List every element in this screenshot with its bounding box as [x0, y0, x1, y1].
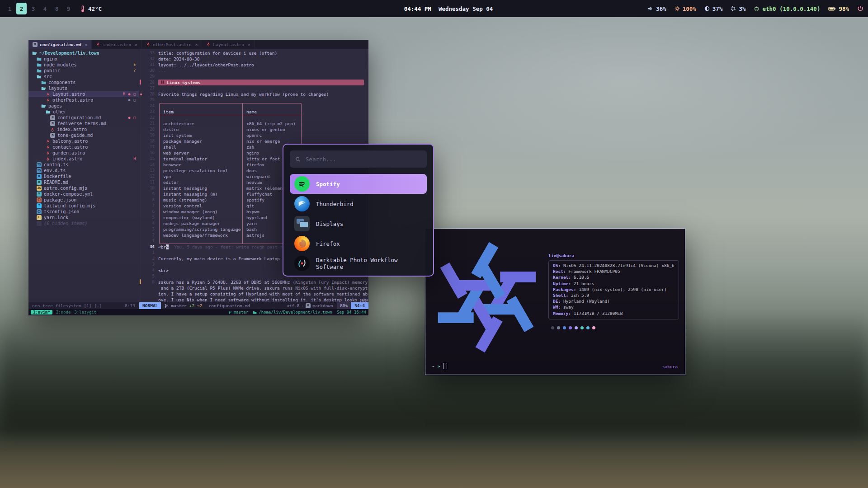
- line-number: 17: [143, 144, 158, 150]
- line-number: 15: [143, 156, 158, 162]
- tree-item-components[interactable]: components: [28, 80, 139, 85]
- workspace-4[interactable]: 4: [40, 3, 50, 14]
- thunderbird-icon: [294, 196, 310, 211]
- prompt-path: ~: [432, 364, 434, 369]
- tree-item-layouts[interactable]: layouts: [28, 85, 139, 91]
- line-number: 31: [143, 62, 158, 68]
- tree-item-dockerfile[interactable]: DDockerfile: [28, 174, 139, 179]
- tree-item-tailwind-config-mjs[interactable]: Ttailwind.config.mjs: [28, 203, 139, 209]
- tree-item-layout-astro[interactable]: Layout.astroH ● □: [28, 91, 139, 97]
- tree-item-6-hidden-items[interactable]: (6 hidden items): [28, 221, 139, 226]
- disk-module[interactable]: 37%: [704, 5, 723, 12]
- line-number: 16: [143, 150, 158, 156]
- tree-item-index-astro[interactable]: index.astro: [28, 127, 139, 132]
- folder-icon: [37, 56, 42, 61]
- table-cell-item: vpn: [160, 174, 243, 179]
- volume-module[interactable]: 36%: [647, 5, 666, 12]
- line-number: 34: [143, 244, 158, 250]
- line-number: 14: [143, 162, 158, 168]
- tree-item-config-ts[interactable]: TSconfig.ts: [28, 162, 139, 168]
- readme-icon: R: [37, 180, 42, 185]
- tree-item-package-json[interactable]: {}package.json: [28, 197, 139, 203]
- tree-root[interactable]: ~/Development/liv.town: [28, 50, 139, 56]
- fetch-user-host: liv@sakura: [548, 253, 679, 258]
- search-input[interactable]: [305, 155, 421, 163]
- tmux-window-2-node[interactable]: 2:node: [56, 310, 71, 314]
- power-module[interactable]: [857, 5, 863, 12]
- tree-item-nginx[interactable]: nginx: [28, 56, 139, 62]
- tree-item-contact-astro[interactable]: contact.astro: [28, 144, 139, 150]
- battery-icon: [828, 6, 836, 11]
- tmux-windows: 1:nvim*2:node3:lazygit: [31, 310, 96, 314]
- tmux-window-1-nvim[interactable]: 1:nvim*: [31, 310, 52, 314]
- displays-icon: [294, 216, 310, 231]
- tab-otherpost-astro[interactable]: otherPost.astro×: [142, 40, 203, 49]
- fetch-value: Hyprland (Wayland): [561, 299, 610, 304]
- launcher-entry-firefox[interactable]: Firefox: [290, 234, 427, 253]
- clock: 04:44 PM Wednesday Sep 04: [404, 5, 493, 12]
- md-table-row: terminal emulatorkitty or foot: [159, 156, 302, 162]
- network-value: eth0 (10.0.0.140): [762, 5, 820, 12]
- tree-item-configuration-md[interactable]: Mconfiguration.md● □: [28, 115, 139, 121]
- folder-icon: [37, 62, 42, 67]
- book-icon: [160, 80, 165, 85]
- tree-item-tone-guide-md[interactable]: Mtone-guide.md: [28, 132, 139, 138]
- tab-layout-astro[interactable]: Layout.astro×: [202, 40, 255, 49]
- tree-item-public[interactable]: public?: [28, 68, 139, 74]
- launcher-entry-displays[interactable]: Displays: [290, 214, 427, 234]
- file-tree[interactable]: ~/Development/liv.townnginxnode_modulesE…: [28, 49, 139, 302]
- close-icon[interactable]: ×: [135, 42, 137, 47]
- launcher-search[interactable]: [290, 150, 427, 168]
- tree-item-env-d-ts[interactable]: TSenv.d.ts: [28, 168, 139, 174]
- buffer-line: 29: [139, 74, 368, 80]
- launcher-entry-spotify[interactable]: Spotify: [290, 174, 427, 194]
- buffer-line: 25: [139, 97, 368, 103]
- tree-item-fediverse-terms-md[interactable]: Mfediverse-terms.md: [28, 121, 139, 127]
- heading-text: Linux systems: [167, 80, 200, 85]
- brightness-module[interactable]: 100%: [675, 5, 696, 12]
- cpu-value: 3%: [739, 5, 745, 12]
- tree-item-readme-md[interactable]: RREADME.md: [28, 179, 139, 185]
- tree-item-tsconfig-json[interactable]: {}tsconfig.json: [28, 209, 139, 215]
- close-icon[interactable]: ×: [248, 42, 250, 47]
- terminal-palette: [551, 326, 679, 329]
- tab-index-astro[interactable]: index.astro×: [92, 40, 142, 49]
- close-icon[interactable]: ×: [195, 42, 198, 47]
- astro-icon: [96, 42, 100, 47]
- tree-item-balcony-astro[interactable]: balcony.astro: [28, 138, 139, 144]
- network-module[interactable]: eth0 (10.0.0.140): [754, 5, 820, 12]
- tree-item-yarn-lock[interactable]: Lyarn.lock: [28, 215, 139, 221]
- close-icon[interactable]: ×: [85, 42, 88, 47]
- sign-column: ▪: [139, 91, 143, 97]
- tree-item-src[interactable]: src: [28, 74, 139, 80]
- tree-item-astro-config-mjs[interactable]: JSastro.config.mjs: [28, 185, 139, 191]
- tmux-branch: master: [234, 310, 249, 314]
- tree-item-label: (6 hidden items): [44, 221, 87, 226]
- tmux-window-3-lazygit[interactable]: 3:lazygit: [74, 310, 96, 314]
- launcher-entry-darktable-photo-workflow-software[interactable]: Darktable Photo Workflow Software: [290, 253, 427, 273]
- cpu-module[interactable]: 3%: [731, 5, 745, 12]
- tree-item-index-astro[interactable]: index.astroH: [28, 156, 139, 162]
- table-cell-item: nodejs package manager: [160, 221, 243, 226]
- workspace-8[interactable]: 8: [52, 3, 62, 14]
- tree-item-pages[interactable]: pages: [28, 103, 139, 109]
- git-branch-icon: [164, 304, 168, 308]
- tree-item-garden-astro[interactable]: garden.astro: [28, 150, 139, 156]
- tree-item-other[interactable]: other: [28, 109, 139, 115]
- tree-item-otherpost-astro[interactable]: otherPost.astro● □: [28, 97, 139, 103]
- workspace-3[interactable]: 3: [28, 3, 38, 14]
- tab-configuration-md[interactable]: Mconfiguration.md×: [28, 40, 92, 49]
- fetch-line-wm: WM: sway: [553, 305, 675, 310]
- battery-module[interactable]: 98%: [828, 5, 849, 12]
- workspace-1[interactable]: 1: [5, 3, 15, 14]
- workspace-9[interactable]: 9: [63, 3, 74, 14]
- launcher-entry-thunderbird[interactable]: Thunderbird: [290, 194, 427, 214]
- shell-prompt[interactable]: ~ >: [432, 363, 447, 369]
- line-number: 10: [143, 185, 158, 191]
- terminal-window[interactable]: liv@sakura OS: NixOS 24.11.20240828.71e9…: [425, 228, 685, 375]
- fetch-value: zsh 5.9: [568, 293, 589, 298]
- tree-item-docker-compose-yml[interactable]: Ydocker-compose.yml: [28, 191, 139, 197]
- tree-item-node-modules[interactable]: node_modulesE: [28, 62, 139, 68]
- workspace-2[interactable]: 2: [16, 3, 27, 14]
- power-icon: [857, 5, 863, 12]
